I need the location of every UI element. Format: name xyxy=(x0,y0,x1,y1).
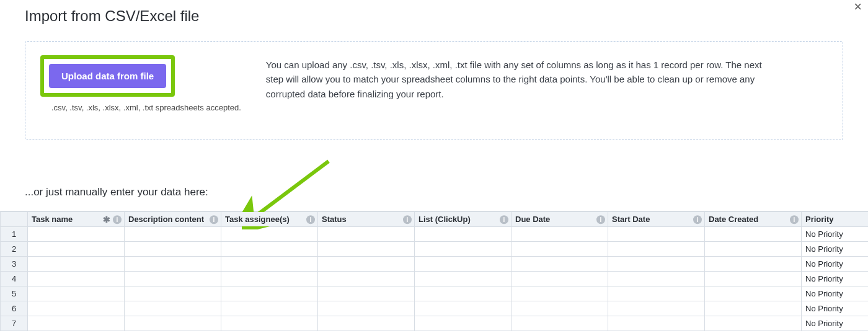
cell[interactable] xyxy=(221,316,318,331)
column-header-description[interactable]: Description content i xyxy=(125,212,221,227)
cell[interactable] xyxy=(415,301,512,316)
cell[interactable] xyxy=(28,272,125,286)
cell[interactable] xyxy=(28,257,125,272)
cell[interactable] xyxy=(705,242,802,257)
cell[interactable]: No Priority xyxy=(802,316,869,331)
row-number: 2 xyxy=(1,242,28,257)
info-icon[interactable]: i xyxy=(790,215,799,224)
cell[interactable] xyxy=(705,316,802,331)
manual-entry-label: ...or just manually enter your data here… xyxy=(25,186,843,198)
upload-data-button[interactable]: Upload data from file xyxy=(49,64,166,88)
cell[interactable] xyxy=(415,286,512,301)
cell[interactable] xyxy=(608,316,705,331)
cell[interactable] xyxy=(512,272,608,286)
column-label: Date Created xyxy=(709,215,758,224)
cell[interactable] xyxy=(705,301,802,316)
file-dropzone[interactable]: Upload data from file .csv, .tsv, .xls, … xyxy=(25,41,843,140)
cell[interactable] xyxy=(705,272,802,286)
cell[interactable] xyxy=(28,242,125,257)
column-header-status[interactable]: Status i xyxy=(318,212,415,227)
cell[interactable] xyxy=(608,272,705,286)
cell[interactable] xyxy=(318,272,415,286)
table-row: 3No Priority xyxy=(1,257,869,272)
cell[interactable] xyxy=(125,301,221,316)
cell[interactable] xyxy=(318,316,415,331)
cell[interactable] xyxy=(221,286,318,301)
table-row: 6No Priority xyxy=(1,301,869,316)
cell[interactable] xyxy=(415,316,512,331)
cell[interactable] xyxy=(221,301,318,316)
column-label: Priority xyxy=(805,215,834,224)
cell[interactable] xyxy=(125,272,221,286)
cell[interactable] xyxy=(512,242,608,257)
info-icon[interactable]: i xyxy=(113,215,122,224)
column-header-priority[interactable]: Priority xyxy=(802,212,869,227)
column-header-assignee[interactable]: Task assignee(s) i xyxy=(221,212,318,227)
cell[interactable] xyxy=(608,301,705,316)
cell[interactable]: No Priority xyxy=(802,286,869,301)
header-row: Task name ✱ i Description content i Task… xyxy=(1,212,869,227)
cell[interactable] xyxy=(415,242,512,257)
upload-highlight: Upload data from file xyxy=(40,55,175,97)
cell[interactable] xyxy=(28,301,125,316)
cell[interactable]: No Priority xyxy=(802,301,869,316)
column-header-due-date[interactable]: Due Date i xyxy=(512,212,608,227)
column-label: Task assignee(s) xyxy=(225,215,290,224)
column-header-list[interactable]: List (ClickUp) i xyxy=(415,212,512,227)
cell[interactable] xyxy=(608,242,705,257)
table-row: 7No Priority xyxy=(1,316,869,331)
close-icon[interactable]: × xyxy=(854,0,862,14)
cell[interactable] xyxy=(512,301,608,316)
cell[interactable] xyxy=(705,227,802,242)
cell[interactable] xyxy=(705,257,802,272)
cell[interactable] xyxy=(512,316,608,331)
cell[interactable] xyxy=(318,286,415,301)
info-icon[interactable]: i xyxy=(693,215,702,224)
cell[interactable] xyxy=(125,286,221,301)
cell[interactable] xyxy=(125,316,221,331)
cell[interactable] xyxy=(125,242,221,257)
cell[interactable]: No Priority xyxy=(802,272,869,286)
row-number: 3 xyxy=(1,257,28,272)
cell[interactable]: No Priority xyxy=(802,227,869,242)
info-icon[interactable]: i xyxy=(306,215,315,224)
cell[interactable] xyxy=(608,227,705,242)
cell[interactable] xyxy=(705,286,802,301)
table-row: 1No Priority xyxy=(1,227,869,242)
row-number: 4 xyxy=(1,272,28,286)
cell[interactable] xyxy=(28,227,125,242)
cell[interactable] xyxy=(415,227,512,242)
row-number: 6 xyxy=(1,301,28,316)
cell[interactable] xyxy=(28,286,125,301)
cell[interactable] xyxy=(318,301,415,316)
spreadsheet[interactable]: Task name ✱ i Description content i Task… xyxy=(0,211,868,331)
column-label: Description content xyxy=(128,215,204,224)
cell[interactable] xyxy=(415,257,512,272)
info-icon[interactable]: i xyxy=(403,215,412,224)
cell[interactable] xyxy=(221,227,318,242)
info-icon[interactable]: i xyxy=(500,215,508,224)
column-label: Start Date xyxy=(612,215,650,224)
column-header-date-created[interactable]: Date Created i xyxy=(705,212,802,227)
column-header-task-name[interactable]: Task name ✱ i xyxy=(28,212,125,227)
cell[interactable] xyxy=(318,227,415,242)
cell[interactable] xyxy=(318,257,415,272)
cell[interactable] xyxy=(608,286,705,301)
cell[interactable] xyxy=(415,272,512,286)
cell[interactable] xyxy=(608,257,705,272)
info-icon[interactable]: i xyxy=(210,215,218,224)
cell[interactable] xyxy=(28,316,125,331)
cell[interactable] xyxy=(512,257,608,272)
cell[interactable] xyxy=(125,257,221,272)
cell[interactable]: No Priority xyxy=(802,257,869,272)
cell[interactable] xyxy=(221,272,318,286)
cell[interactable] xyxy=(318,242,415,257)
cell[interactable]: No Priority xyxy=(802,242,869,257)
cell[interactable] xyxy=(221,257,318,272)
info-icon[interactable]: i xyxy=(596,215,605,224)
cell[interactable] xyxy=(221,242,318,257)
cell[interactable] xyxy=(512,286,608,301)
column-header-start-date[interactable]: Start Date i xyxy=(608,212,705,227)
cell[interactable] xyxy=(125,227,221,242)
cell[interactable] xyxy=(512,227,608,242)
